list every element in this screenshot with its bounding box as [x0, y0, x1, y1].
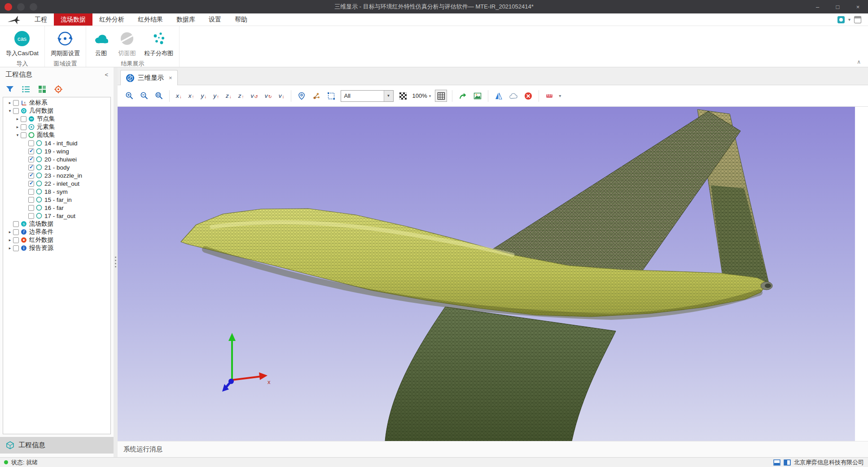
tree-expander-icon[interactable]: ▸ — [7, 246, 13, 250]
tree-item[interactable]: 19 - wing — [3, 147, 110, 155]
tree-item[interactable]: 15 - far_in — [3, 196, 110, 204]
tree-checkbox[interactable] — [13, 245, 19, 251]
tree-item[interactable]: 14 - int_fluid — [3, 139, 110, 147]
tree-item[interactable]: ▾面线集 — [3, 131, 110, 139]
tree-expander-icon[interactable]: ▾ — [14, 133, 21, 137]
tree-item[interactable]: S流场数据 — [3, 220, 110, 228]
tree-checkbox[interactable] — [13, 229, 19, 235]
menu-tab-红外结果[interactable]: 红外结果 — [131, 13, 170, 26]
combo-dropdown-icon[interactable]: ▼ — [384, 91, 393, 101]
tree-checkbox[interactable] — [28, 140, 34, 146]
tree-checkbox[interactable] — [28, 173, 34, 179]
zoom-fit-icon[interactable] — [153, 90, 164, 102]
panel-splitter[interactable] — [114, 67, 118, 457]
molecule-icon[interactable] — [311, 90, 322, 102]
checker-icon[interactable] — [398, 90, 408, 102]
tree-item[interactable]: 17 - far_out — [3, 212, 110, 220]
tree-checkbox[interactable] — [28, 148, 34, 154]
ribbon-button-周期面设置[interactable]: 周期面设置 — [47, 29, 84, 58]
ribbon-button-粒子分布图[interactable]: 粒子分布图 — [140, 29, 177, 58]
tree-item[interactable]: 23 - nozzle_in — [3, 171, 110, 179]
grid-icon[interactable] — [38, 85, 47, 94]
tree-checkbox[interactable] — [28, 205, 34, 211]
tree-item[interactable]: 22 - inlet_out — [3, 179, 110, 188]
project-panel-tab[interactable]: 工程信息 — [0, 437, 114, 454]
tree-expander-icon[interactable]: ▸ — [14, 125, 21, 129]
maximize-button[interactable]: □ — [828, 0, 848, 13]
clear-icon[interactable] — [523, 90, 534, 102]
view-x-plus[interactable]: x↑ — [187, 92, 196, 99]
tab-close-icon[interactable]: × — [169, 74, 172, 81]
probe-pin-icon[interactable] — [296, 90, 307, 102]
view-rotate-ccw[interactable]: v↺ — [250, 92, 259, 99]
view-y-plus[interactable]: y↑ — [212, 92, 220, 99]
menu-tab-流场数据[interactable]: 流场数据 — [54, 13, 92, 26]
tree-expander-icon[interactable]: ▸ — [7, 230, 13, 234]
panel-collapse-button[interactable]: < — [105, 71, 108, 78]
export-arrow-icon[interactable] — [457, 90, 468, 102]
tree-item[interactable]: ▾几何数据 — [3, 107, 110, 115]
minimize-button[interactable]: – — [807, 0, 828, 13]
menu-tab-帮助[interactable]: 帮助 — [228, 13, 254, 26]
menu-tab-数据库[interactable]: 数据库 — [170, 13, 202, 26]
view-z-minus[interactable]: z↓ — [224, 92, 233, 99]
tree-item[interactable]: ▸i报告资源 — [3, 244, 110, 252]
view-x-minus[interactable]: x↓ — [175, 92, 183, 99]
close-button[interactable]: × — [848, 0, 868, 13]
cloud-icon[interactable] — [508, 90, 519, 102]
tree-item[interactable]: ▸f边界条件 — [3, 228, 110, 236]
tree-item[interactable]: 21 - body — [3, 163, 110, 171]
ribbon-collapse-button[interactable]: ∧ — [857, 59, 861, 65]
menu-tab-红外分析[interactable]: 红外分析 — [92, 13, 131, 26]
ribbon-button-云图[interactable]: 云图 — [88, 29, 114, 58]
tree-item[interactable]: 20 - chuiwei — [3, 155, 110, 163]
zoom-level-dropdown[interactable]: 100%▾ — [412, 92, 431, 99]
zoom-out-icon[interactable] — [139, 90, 149, 102]
measure-icon[interactable] — [544, 90, 555, 102]
tab-3d-view[interactable]: 三维显示 × — [120, 70, 178, 85]
tree-item[interactable]: ▸x坐标系 — [3, 99, 110, 107]
tree-checkbox[interactable] — [28, 213, 34, 219]
dropdown-caret[interactable]: ▾ — [848, 17, 850, 22]
tree-checkbox[interactable] — [13, 100, 19, 106]
tree-checkbox[interactable] — [28, 157, 34, 162]
tree-checkbox[interactable] — [21, 132, 26, 138]
tree-checkbox[interactable] — [13, 108, 19, 114]
panel-layout-icon-1[interactable] — [773, 459, 780, 466]
tree-item[interactable]: 18 - sym — [3, 188, 110, 196]
window-style-icon[interactable] — [854, 16, 862, 24]
tree-checkbox[interactable] — [13, 221, 19, 227]
theme-icon[interactable] — [837, 16, 845, 24]
tree-checkbox[interactable] — [28, 197, 34, 203]
tree-item[interactable]: ▸元素集 — [3, 123, 110, 131]
panel-layout-icon-2[interactable] — [784, 459, 791, 466]
tree-expander-icon[interactable]: ▾ — [7, 109, 13, 113]
tree-item[interactable]: ▸节点集 — [3, 115, 110, 123]
tree-checkbox[interactable] — [21, 116, 26, 122]
view-y-minus[interactable]: y↓ — [200, 92, 208, 99]
mirror-icon[interactable] — [493, 90, 504, 102]
ribbon-button-导入Cas/Dat[interactable]: cas导入Cas/Dat — [2, 29, 43, 58]
tree-expander-icon[interactable]: ▸ — [7, 238, 13, 242]
zoom-in-icon[interactable] — [124, 90, 135, 102]
display-filter-combo[interactable]: All▼ — [341, 90, 394, 102]
tree-checkbox[interactable] — [28, 181, 34, 187]
view-flip[interactable]: v↕ — [277, 92, 286, 99]
menu-tab-设置[interactable]: 设置 — [202, 13, 228, 26]
tree-expander-icon[interactable]: ▸ — [14, 117, 21, 121]
tree-checkbox[interactable] — [28, 165, 34, 170]
view-rotate-cw[interactable]: v↻ — [263, 92, 273, 99]
grid-toggle-button[interactable] — [435, 90, 447, 102]
view-z-plus[interactable]: z↑ — [237, 92, 245, 99]
app-logo-button[interactable] — [4, 3, 12, 11]
tree-expander-icon[interactable]: ▸ — [7, 100, 13, 105]
viewport-3d[interactable]: x — [118, 107, 855, 441]
tree-checkbox[interactable] — [13, 237, 19, 243]
snapshot-icon[interactable] — [472, 90, 483, 102]
menu-tab-工程[interactable]: 工程 — [28, 13, 54, 26]
box-select-icon[interactable] — [326, 90, 337, 102]
chevron-down-icon[interactable]: ▾ — [559, 93, 561, 98]
tree-checkbox[interactable] — [28, 189, 34, 195]
filter-icon[interactable] — [5, 85, 14, 94]
tree-item[interactable]: 16 - far — [3, 204, 110, 212]
